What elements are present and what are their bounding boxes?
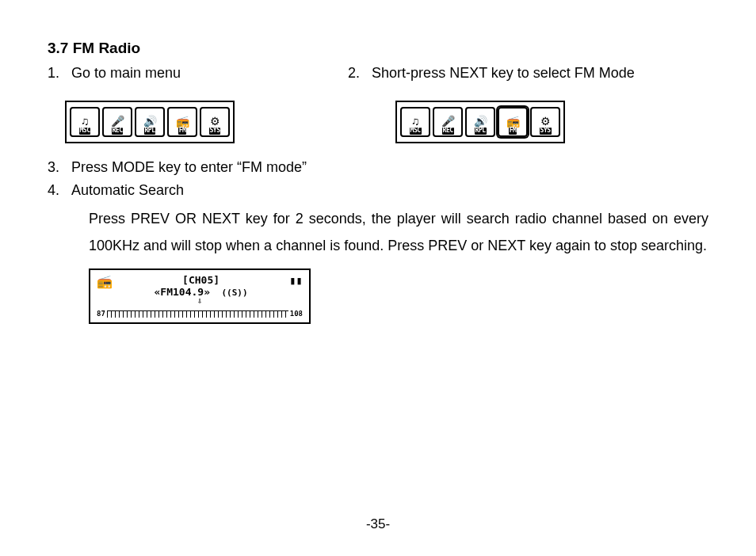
- step-3: 3. Press MODE key to enter “FM mode”: [48, 159, 708, 176]
- section-title: 3.7 FM Radio: [48, 40, 708, 57]
- music-note-icon: ♫: [411, 116, 420, 127]
- radio-icon: 📻: [176, 116, 189, 127]
- menu-icon-rpl-2: 🔊 RPL: [465, 107, 495, 137]
- menu-icon-rec: 🎤 REC: [102, 107, 132, 137]
- lcd-menu-2: ♫ MSC 🎤 REC 🔊 RPL 📻 FM ⚙ SYS: [395, 101, 565, 143]
- settings-icon: ⚙: [210, 116, 220, 127]
- step-4-num: 4.: [48, 182, 71, 199]
- settings-icon: ⚙: [540, 116, 551, 127]
- menu-icon-fm: 📻 FM: [167, 107, 197, 137]
- lcd-menu-1: ♫ MSC 🎤 REC 🔊 RPL 📻 FM ⚙ SYS: [65, 101, 235, 143]
- step-4: 4. Automatic Search: [48, 182, 708, 199]
- fm-scale-end: 108: [290, 310, 303, 318]
- menu-icon-sys: ⚙ SYS: [200, 107, 230, 137]
- step-1-num: 1.: [48, 65, 71, 82]
- speaker-icon: 🔊: [474, 116, 487, 127]
- menu-icon-msc: ♫ MSC: [70, 107, 100, 137]
- step-4-text: Automatic Search: [71, 182, 708, 199]
- step-2-text: Short-press NEXT key to select FM Mode: [372, 65, 708, 82]
- fm-scale-ticks: [107, 310, 288, 318]
- fm-radio-glyph-icon: 📻: [97, 275, 113, 289]
- menu-icon-msc-2: ♫ MSC: [400, 107, 430, 137]
- page-number: -35-: [0, 516, 756, 532]
- menu-icon-rpl: 🔊 RPL: [135, 107, 165, 137]
- fm-channel: [CH05]: [182, 274, 220, 286]
- fm-battery-icon: ▮▮: [289, 275, 303, 287]
- music-note-icon: ♫: [81, 116, 90, 127]
- speaker-icon: 🔊: [143, 116, 157, 127]
- radio-icon: 📻: [506, 116, 520, 127]
- step-3-text: Press MODE key to enter “FM mode”: [71, 159, 708, 176]
- lcd-fm-display: 📻 [CH05] ▮▮ «FM104.9» ((S)) ⇩ 87 108: [89, 268, 311, 324]
- menu-icon-sys-2: ⚙ SYS: [530, 107, 560, 137]
- menu-icon-fm-2-selected: 📻 FM: [498, 107, 528, 137]
- step-1-text: Go to main menu: [71, 65, 348, 82]
- fm-scale-start: 87: [97, 310, 105, 318]
- fm-arrow-down-icon: ⇩: [97, 298, 303, 304]
- step-4-body: Press PREV OR NEXT key for 2 seconds, th…: [89, 205, 708, 259]
- menu-icon-rec-2: 🎤 REC: [433, 107, 463, 137]
- fm-stereo-icon: ((S)): [216, 288, 248, 298]
- microphone-icon: 🎤: [111, 116, 124, 127]
- microphone-icon: 🎤: [441, 116, 455, 127]
- step-2: 2. Short-press NEXT key to select FM Mod…: [348, 65, 708, 82]
- step-2-num: 2.: [348, 65, 372, 82]
- fm-scale: 87 108: [97, 310, 303, 318]
- step-1: 1. Go to main menu: [48, 65, 348, 82]
- step-3-num: 3.: [48, 159, 71, 176]
